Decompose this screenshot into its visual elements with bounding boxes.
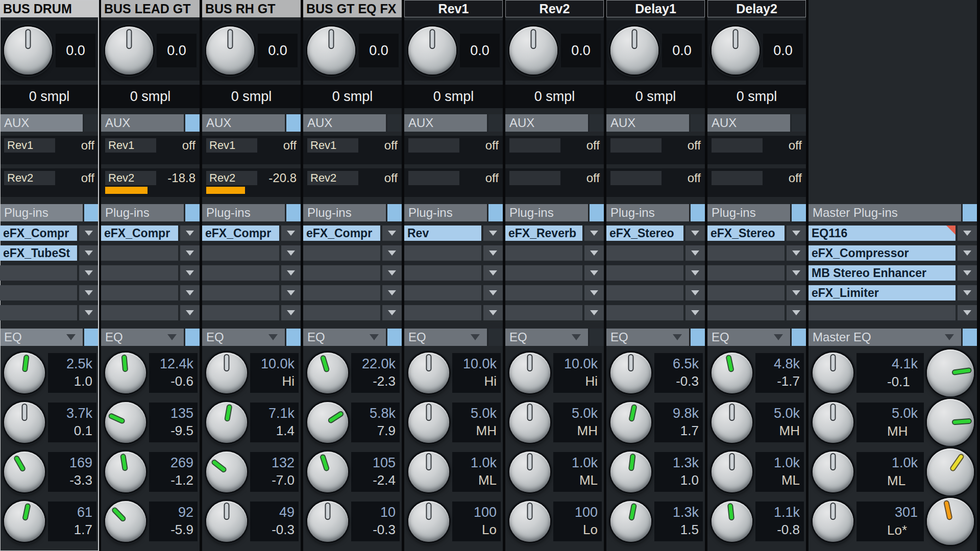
eq-band-knob[interactable] (307, 353, 348, 393)
eq-band-knob[interactable] (307, 402, 348, 443)
plugin-slot-name[interactable]: eFX_Reverb (505, 226, 582, 241)
eq-header-bar[interactable]: EQ (707, 329, 790, 346)
plugin-slot-name[interactable] (707, 285, 785, 300)
aux-send-value[interactable]: -20.8 (268, 171, 297, 185)
plugin-slot-name[interactable]: EQ116 (808, 226, 955, 241)
plugin-slot-menu-button[interactable] (958, 226, 977, 241)
plugin-slot-menu-button[interactable] (483, 226, 503, 241)
aux-send-value[interactable]: off (384, 171, 398, 185)
plugin-slot-name[interactable] (303, 305, 380, 320)
eq-band-knob[interactable] (206, 501, 247, 542)
eq-enable-box[interactable] (488, 329, 503, 346)
plugin-slot-menu-button[interactable] (584, 305, 604, 320)
eq-band-knob[interactable] (509, 452, 550, 492)
eq-enable-box[interactable] (590, 329, 604, 346)
plugin-slot-menu-button[interactable] (79, 265, 99, 281)
channel-name-header[interactable]: Rev1 (404, 0, 503, 17)
channel-gain-knob[interactable] (4, 27, 52, 74)
plugin-slot-name[interactable]: eFX_Compr (202, 226, 279, 241)
plugin-slot-name[interactable]: MB Stereo Enhancer (808, 265, 955, 281)
plugin-slot-name[interactable]: eFX_TubeSt (0, 245, 77, 261)
master-plugins-header-bar[interactable]: Master Plug-ins (808, 204, 961, 221)
aux-enable-box[interactable] (286, 114, 301, 132)
plugin-slot-menu-button[interactable] (79, 226, 99, 241)
plugin-slot-name[interactable]: eFX_Stereo (707, 226, 785, 241)
aux-send-value[interactable]: -18.8 (167, 171, 195, 185)
plugin-slot-menu-button[interactable] (180, 245, 200, 261)
eq-band-knob[interactable] (105, 452, 146, 492)
plugin-slot-name[interactable] (0, 305, 77, 320)
plugin-slot-menu-button[interactable] (685, 226, 705, 241)
eq-header-bar[interactable]: EQ (0, 329, 83, 346)
channel-gain-knob[interactable] (610, 27, 658, 74)
eq-band-knob[interactable] (4, 501, 45, 542)
aux-send-value[interactable]: off (283, 138, 297, 153)
eq-enable-box[interactable] (286, 329, 301, 346)
plugin-slot-menu-button[interactable] (584, 265, 604, 281)
eq-band-knob[interactable] (712, 452, 752, 492)
plugin-slot-menu-button[interactable] (79, 305, 99, 320)
plugin-slot-menu-button[interactable] (79, 285, 99, 300)
channel-name-header[interactable]: Delay2 (707, 0, 806, 17)
aux-send-label[interactable] (509, 138, 560, 153)
plugin-slot-name[interactable] (505, 265, 582, 281)
channel-gain-knob[interactable] (408, 27, 456, 74)
plugin-slot-name[interactable] (303, 245, 380, 261)
plugin-slot-name[interactable] (606, 245, 683, 261)
plugin-slot-name[interactable] (606, 285, 683, 300)
master-eq-frequency-knob[interactable] (927, 399, 974, 446)
plugin-slot-menu-button[interactable] (685, 245, 705, 261)
plugin-slot-name[interactable] (0, 285, 77, 300)
aux-send-label[interactable] (610, 138, 662, 153)
eq-enable-box[interactable] (84, 329, 99, 346)
aux-send-value[interactable]: off (586, 171, 600, 185)
master-plugins-enable-box[interactable] (963, 204, 977, 221)
plugin-slot-name[interactable]: Rev (404, 226, 481, 241)
plugins-header-bar[interactable]: Plug-ins (707, 204, 790, 221)
aux-send-label[interactable] (509, 171, 560, 185)
plugins-header-bar[interactable]: Plug-ins (101, 204, 184, 221)
channel-gain-knob[interactable] (712, 27, 760, 74)
channel-gain-knob[interactable] (307, 27, 355, 74)
eq-band-knob[interactable] (408, 353, 449, 393)
chevron-down-icon[interactable] (370, 334, 379, 340)
chevron-down-icon[interactable] (673, 334, 682, 340)
aux-send-label[interactable]: Rev1 (307, 138, 358, 153)
chevron-down-icon[interactable] (66, 334, 76, 340)
plugin-slot-menu-button[interactable] (382, 305, 402, 320)
eq-header-bar[interactable]: EQ (606, 329, 689, 346)
eq-band-knob[interactable] (408, 402, 449, 443)
plugin-slot-name[interactable] (505, 245, 582, 261)
plugin-slot-name[interactable] (202, 285, 279, 300)
eq-band-knob[interactable] (4, 452, 45, 492)
plugin-slot-name[interactable] (202, 305, 279, 320)
aux-send-value[interactable]: off (789, 138, 802, 153)
eq-band-knob[interactable] (4, 353, 45, 393)
master-eq-gain-knob[interactable] (813, 353, 853, 393)
plugin-slot-menu-button[interactable] (685, 305, 705, 320)
master-eq-gain-knob[interactable] (813, 452, 853, 492)
plugin-slot-menu-button[interactable] (483, 305, 503, 320)
aux-send-value[interactable]: off (789, 171, 802, 185)
plugins-enable-box[interactable] (387, 204, 402, 221)
plugin-slot-name[interactable]: eFX_Compr (101, 226, 178, 241)
plugins-header-bar[interactable]: Plug-ins (606, 204, 689, 221)
plugins-enable-box[interactable] (792, 204, 806, 221)
plugin-slot-menu-button[interactable] (787, 305, 806, 320)
aux-send-label[interactable]: Rev1 (105, 138, 156, 153)
plugin-slot-name[interactable] (303, 265, 380, 281)
aux-send-label[interactable] (408, 138, 459, 153)
master-eq-gain-knob[interactable] (813, 402, 853, 443)
plugin-slot-menu-button[interactable] (958, 265, 977, 281)
eq-header-bar[interactable]: EQ (303, 329, 386, 346)
master-eq-header-bar[interactable]: Master EQ (808, 329, 961, 346)
aux-send-label[interactable] (712, 138, 763, 153)
eq-band-knob[interactable] (509, 402, 550, 443)
chevron-down-icon[interactable] (774, 334, 783, 340)
channel-name-header[interactable]: Delay1 (606, 0, 705, 17)
chevron-down-icon[interactable] (572, 334, 581, 340)
plugin-slot-menu-button[interactable] (483, 285, 503, 300)
eq-header-bar[interactable]: EQ (505, 329, 588, 346)
eq-band-knob[interactable] (4, 402, 45, 443)
channel-name-header[interactable]: BUS RH GT (202, 0, 301, 17)
